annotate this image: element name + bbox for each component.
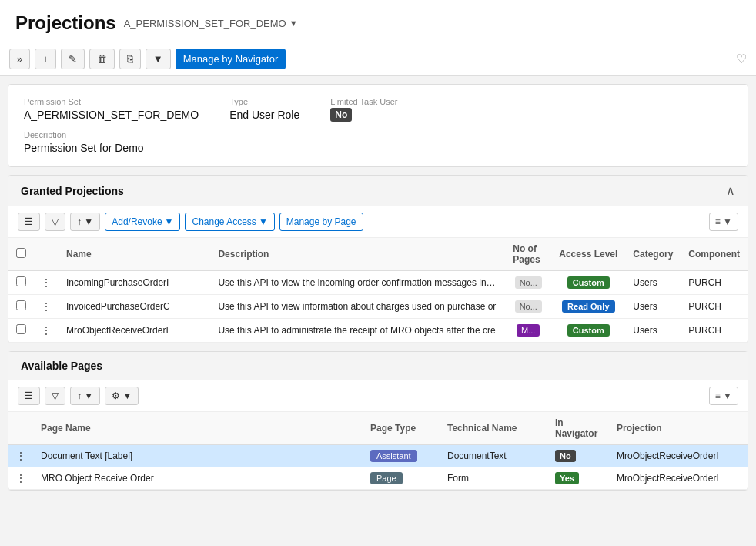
filter-button[interactable]: ▽ xyxy=(45,213,65,231)
pages-badge: No... xyxy=(515,300,542,313)
th-check xyxy=(8,238,34,271)
row-component: PURCH xyxy=(681,319,748,343)
row-access-level: Read Only xyxy=(551,295,625,319)
row-name: InvoicedPurchaseOrderC xyxy=(59,295,210,319)
row-checkbox[interactable] xyxy=(16,300,26,310)
access-level-badge: Custom xyxy=(567,324,610,337)
row-checkbox[interactable] xyxy=(16,324,26,334)
description-value: Permission Set for Demo xyxy=(24,142,732,154)
access-level-badge: Custom xyxy=(567,276,610,289)
available-pages-toolbar: ☰ ▽ ↑ ▼ ⚙ ▼ ≡ ▼ xyxy=(8,380,748,412)
row-description: Use this API to view the incoming order … xyxy=(210,271,505,295)
add-revoke-button[interactable]: Add/Revoke ▼ xyxy=(105,213,180,231)
info-panel: Permission Set A_PERMISSION_SET_FOR_DEMO… xyxy=(8,84,748,167)
row-name: MroObjectReceiveOrderI xyxy=(59,319,210,343)
add-button[interactable]: + xyxy=(35,49,56,69)
page-dots-cell[interactable]: ⋮ xyxy=(8,467,33,490)
dropdown-arrow-icon[interactable]: ▼ xyxy=(289,18,298,28)
export-button[interactable]: ↑ ▼ xyxy=(70,213,100,231)
th-no-of-pages: No ofPages xyxy=(505,238,551,271)
limited-task-user-field: Limited Task User No xyxy=(330,97,397,121)
change-access-button[interactable]: Change Access ▼ xyxy=(185,213,274,231)
th-in-navigator: InNavigator xyxy=(547,412,609,445)
page-dots-cell[interactable]: ⋮ xyxy=(8,445,33,467)
permission-set-field: Permission Set A_PERMISSION_SET_FOR_DEMO xyxy=(24,97,199,121)
add-revoke-arrow-icon: ▼ xyxy=(165,216,174,227)
collapse-button[interactable]: ∧ xyxy=(726,183,735,198)
row-checkbox-cell xyxy=(8,271,34,295)
th-page-dots xyxy=(8,412,33,445)
in-navigator: No xyxy=(547,445,609,467)
row-access-level: Custom xyxy=(551,271,625,295)
row-dots-cell[interactable]: ⋮ xyxy=(34,295,59,319)
copy-button[interactable]: ⎘ xyxy=(119,49,141,69)
permission-set-value: A_PERMISSION_SET_FOR_DEMO xyxy=(24,109,199,121)
row-pages: No... xyxy=(505,295,551,319)
row-component: PURCH xyxy=(681,271,748,295)
table-row: ⋮ IncomingPurchaseOrderI Use this API to… xyxy=(8,271,748,295)
manage-by-navigator-button[interactable]: Manage by Navigator xyxy=(176,49,286,69)
row-category: Users xyxy=(625,271,681,295)
th-name: Name xyxy=(59,238,210,271)
limited-task-user-label: Limited Task User xyxy=(330,97,397,106)
available-pages-title: Available Pages xyxy=(21,360,102,372)
th-description: Description xyxy=(210,238,505,271)
row-dots-cell[interactable]: ⋮ xyxy=(34,319,59,343)
page-type-badge: Assistant xyxy=(370,450,417,462)
th-dots xyxy=(34,238,59,271)
page-title: Projections xyxy=(15,12,116,34)
navigator-badge: Yes xyxy=(555,472,579,484)
main-toolbar: » + ✎ 🗑 ⎘ ▼ Manage by Navigator ♡ xyxy=(0,42,756,76)
select-all-checkbox[interactable] xyxy=(16,248,26,258)
manage-by-page-button[interactable]: Manage by Page xyxy=(279,213,363,231)
avail-filter-button[interactable]: ▽ xyxy=(45,387,65,405)
avail-export-button[interactable]: ↑ ▼ xyxy=(70,387,100,405)
page-type-badge: Page xyxy=(370,472,403,484)
row-dots-cell[interactable]: ⋮ xyxy=(34,271,59,295)
in-navigator: Yes xyxy=(547,467,609,490)
th-component: Component xyxy=(681,238,748,271)
type-field: Type End User Role xyxy=(229,97,299,121)
row-name: IncomingPurchaseOrderI xyxy=(59,271,210,295)
th-technical-name: Technical Name xyxy=(440,412,547,445)
pages-badge: No... xyxy=(515,276,542,289)
table-row: ⋮ MroObjectReceiveOrderI Use this API to… xyxy=(8,319,748,343)
pages-header-row: Page Name Page Type Technical Name InNav… xyxy=(8,412,748,445)
more-actions-button[interactable]: ▼ xyxy=(146,49,171,69)
table-header-row: Name Description No ofPages Access Level xyxy=(8,238,748,271)
pages-badge: M... xyxy=(517,324,540,337)
permission-set-badge: A_PERMISSION_SET_FOR_DEMO ▼ xyxy=(124,18,298,29)
available-pages-header: Available Pages xyxy=(8,352,748,380)
edit-button[interactable]: ✎ xyxy=(61,49,85,69)
avail-actions-button[interactable]: ⚙ ▼ xyxy=(105,387,139,405)
favorite-button[interactable]: ♡ xyxy=(736,52,747,66)
list-item: ⋮ Document Text [Label] Assistant Docume… xyxy=(8,445,748,467)
expand-button[interactable]: » xyxy=(9,49,30,69)
granted-projections-table: Name Description No ofPages Access Level xyxy=(8,238,748,343)
row-access-level: Custom xyxy=(551,319,625,343)
row-pages: M... xyxy=(505,319,551,343)
projection-name: MroObjectReceiveOrderI xyxy=(609,445,748,467)
list-view-button[interactable]: ☰ xyxy=(18,213,40,231)
avail-column-menu-button[interactable]: ≡ ▼ xyxy=(709,387,738,405)
list-item: ⋮ MRO Object Receive Order Page Form Yes… xyxy=(8,467,748,490)
th-page-type: Page Type xyxy=(363,412,440,445)
access-level-badge: Read Only xyxy=(562,300,614,313)
limited-task-user-badge: No xyxy=(330,108,352,122)
row-category: Users xyxy=(625,319,681,343)
avail-list-button[interactable]: ☰ xyxy=(18,387,40,405)
page-header: Projections A_PERMISSION_SET_FOR_DEMO ▼ xyxy=(0,0,756,42)
row-checkbox[interactable] xyxy=(16,276,26,286)
available-pages-section: Available Pages ☰ ▽ ↑ ▼ ⚙ ▼ ≡ ▼ Page Nam… xyxy=(8,351,748,491)
page-type: Assistant xyxy=(363,445,440,467)
type-label: Type xyxy=(229,97,299,106)
granted-projections-title: Granted Projections xyxy=(21,185,124,197)
delete-button[interactable]: 🗑 xyxy=(89,49,115,69)
row-description: Use this API to view information about c… xyxy=(210,295,505,319)
row-checkbox-cell xyxy=(8,295,34,319)
permission-set-label: Permission Set xyxy=(24,97,199,106)
row-category: Users xyxy=(625,295,681,319)
th-projection: Projection xyxy=(609,412,748,445)
granted-projections-toolbar: ☰ ▽ ↑ ▼ Add/Revoke ▼ Change Access ▼ Man… xyxy=(8,206,748,238)
column-menu-button[interactable]: ≡ ▼ xyxy=(709,213,738,231)
